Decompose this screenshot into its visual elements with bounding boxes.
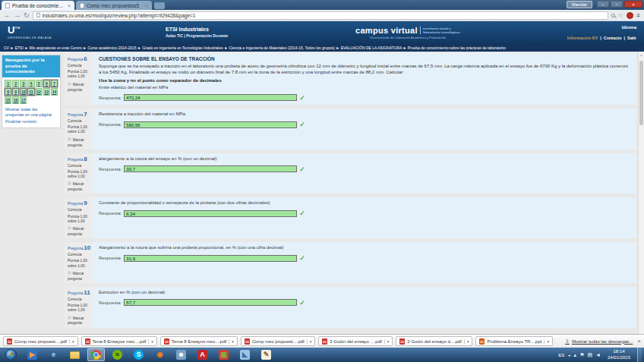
tab-close-icon[interactable]: ×	[145, 3, 148, 8]
question-content: alargamiento a la rotura del ensayo en %…	[93, 153, 636, 194]
question-content: CUESTIONES SOBRE EL ENSAYO DE TRACCIÓN S…	[93, 53, 636, 105]
maximize-button[interactable]: ▫	[611, 1, 623, 8]
question-nav-button-1[interactable]: 1	[5, 80, 11, 87]
action-center-icon[interactable]: ◒	[567, 352, 570, 357]
scrollbar[interactable]: ▲	[638, 52, 644, 334]
question-nav-button-14[interactable]: 14	[51, 88, 58, 96]
finish-review-link[interactable]: Finalizar revisión	[2, 118, 60, 127]
download-menu-caret[interactable]: ▾	[544, 339, 549, 344]
photo-viewer-icon[interactable]: ◣	[236, 348, 254, 361]
file-explorer-icon[interactable]	[66, 348, 84, 361]
download-item[interactable]: Comp mec propuest....pdf▾	[3, 336, 78, 346]
header-link[interactable]: Información EV	[567, 36, 598, 40]
question-nav-button-16[interactable]: 16	[12, 96, 19, 104]
download-menu-caret[interactable]: ▾	[384, 339, 390, 344]
tab-title: Comp mec propuestos5	[87, 3, 143, 8]
question-note: Use la coma y no el punto como separador…	[99, 78, 630, 83]
flag-icon[interactable]: ⚐	[68, 271, 71, 275]
uma-logo[interactable]: Uma UNIVERSIDAD DE MÁLAGA	[8, 24, 52, 40]
tab-close-icon[interactable]: ×	[68, 3, 71, 8]
question-nav-button-2[interactable]: 2	[12, 80, 19, 87]
address-bar[interactable]: industriales.cv.uma.es/mod/quiz/review.p…	[33, 11, 608, 20]
start-button[interactable]	[2, 348, 20, 361]
question-nav-button-11[interactable]: 11	[27, 88, 34, 96]
pdf-file-icon	[399, 338, 405, 345]
question-nav-button-10[interactable]: 10	[20, 88, 27, 96]
question-nav-button-8[interactable]: 8	[5, 88, 11, 96]
office-app-icon[interactable]: ▣	[215, 348, 232, 361]
download-menu-caret[interactable]: ▾	[307, 339, 312, 344]
download-item[interactable]: Tena 8 Ensayos mec....pdf▾	[81, 336, 157, 346]
taskbar-clock[interactable]: 18:14 24/01/2015	[608, 349, 630, 361]
language-indicator[interactable]: ES	[558, 353, 564, 357]
back-icon[interactable]: ←	[4, 12, 11, 19]
language-label[interactable]: Idioma	[622, 25, 636, 30]
download-item[interactable]: 2 Guión del ensayo d....pdf▾	[396, 336, 472, 346]
flag-icon[interactable]: ⚑	[579, 352, 584, 358]
search-icon[interactable]	[611, 14, 615, 17]
download-item[interactable]: Tema 8 Ensayos mec....pdf▾	[160, 336, 238, 346]
download-menu-caret[interactable]: ▾	[69, 339, 74, 344]
skype-icon[interactable]: S	[130, 348, 147, 361]
flag-icon[interactable]: ⚐	[68, 181, 71, 186]
bookmark-star-icon[interactable]: ☆	[618, 12, 623, 19]
paint-icon[interactable]: ✎	[257, 348, 275, 361]
breadcrumb[interactable]: CV ► ETSI ► Mis asignaturas en este Cent…	[0, 44, 644, 52]
network-icon[interactable]: ▤	[587, 352, 592, 358]
internet-explorer-icon-glyph: e	[49, 350, 58, 360]
question-nav-button-5[interactable]: 5	[36, 80, 43, 87]
close-button[interactable]: ×	[624, 1, 642, 8]
spotify-icon[interactable]: ≈	[109, 348, 126, 361]
flag-icon[interactable]: ⚐	[68, 82, 71, 87]
show-desktop-button[interactable]	[637, 348, 642, 362]
question-nav-button-7[interactable]: 7	[51, 80, 58, 87]
question-nav-button-15[interactable]: 15	[5, 96, 11, 104]
tab-quiz-review[interactable]: Prueba de conocimiento: ×	[2, 1, 74, 10]
volume-icon[interactable]: ◄	[595, 352, 601, 357]
question-number: 8	[84, 156, 87, 162]
show-all-questions-link[interactable]: Mostrar todas las preguntas en una págin…	[2, 105, 60, 118]
adblock-extension-icon[interactable]	[627, 12, 633, 19]
new-tab-button[interactable]	[154, 2, 165, 9]
internet-explorer-icon[interactable]: e	[45, 348, 62, 361]
download-item[interactable]: Problema.Ensayo.TR....ppt▾	[475, 336, 553, 346]
header-link[interactable]: Contacto	[604, 36, 622, 40]
download-item[interactable]: 3 Guión del ensayo ....pdf▾	[318, 336, 393, 346]
chrome-profile-button[interactable]: Mandar	[567, 1, 592, 8]
forward-icon[interactable]: →	[14, 12, 21, 19]
etsi-title: ETSI Industriales	[166, 27, 228, 33]
question-nav-button-6[interactable]: 6	[43, 80, 50, 87]
show-all-downloads-link[interactable]: ⇩ Mostrar todas las descargas...	[565, 338, 633, 345]
chrome-icon[interactable]	[87, 348, 105, 361]
scrollbar-up-arrow[interactable]: ▲	[639, 52, 644, 59]
orange-app-icon[interactable]: ◉	[151, 348, 169, 361]
download-menu-caret[interactable]: ▾	[229, 339, 234, 344]
flag-icon[interactable]: ⚐	[68, 137, 71, 142]
question-nav-button-12[interactable]: 12	[36, 88, 43, 96]
download-item[interactable]: Comp mec propuest....pdf▾	[241, 336, 316, 346]
hidden-icons-arrow[interactable]: ▴	[574, 352, 577, 358]
url-text[interactable]: industriales.cv.uma.es/mod/quiz/review.p…	[43, 13, 196, 18]
question-nav-button-3[interactable]: 3	[20, 80, 27, 87]
question-block-10: Pregunta10 Correcta Puntúa 1,00 sobre 1,…	[65, 242, 636, 283]
question-number: 11	[84, 289, 90, 296]
adobe-reader-icon[interactable]: A	[194, 348, 211, 361]
question-nav-button-9[interactable]: 9	[12, 88, 19, 96]
reload-icon[interactable]: ↻	[24, 12, 30, 19]
flag-icon[interactable]: ⚐	[68, 226, 71, 231]
flag-icon[interactable]: ⚐	[68, 316, 71, 320]
scrollbar-thumb[interactable]	[639, 61, 643, 125]
close-downloads-bar-icon[interactable]: ×	[637, 338, 641, 345]
question-nav-button-13[interactable]: 13	[43, 88, 50, 96]
download-menu-caret[interactable]: ▾	[148, 339, 153, 344]
media-player-icon[interactable]: ▶	[24, 348, 41, 361]
contacts-icon[interactable]: ☻	[172, 348, 190, 361]
minimize-button[interactable]: –	[597, 1, 609, 8]
menu-icon[interactable]: ≡	[636, 11, 640, 19]
tab-comp-mec[interactable]: Comp mec propuestos5 ×	[76, 1, 152, 10]
header-link[interactable]: Salir	[627, 36, 636, 40]
question-nav-button-17[interactable]: 17	[20, 96, 27, 104]
download-menu-caret[interactable]: ▾	[464, 339, 469, 344]
question-nav-button-4[interactable]: 4	[27, 80, 34, 87]
question-grade: Puntúa 1,00 sobre 1,00	[68, 259, 91, 268]
